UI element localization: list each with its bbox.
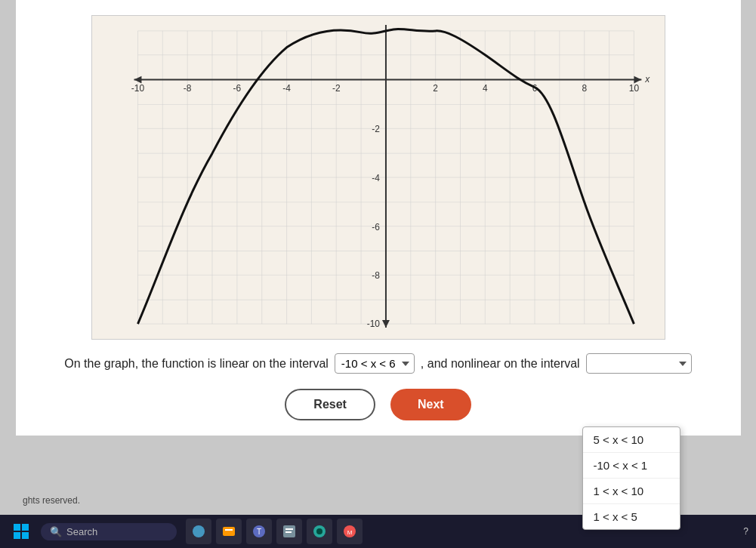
question-row: On the graph, the function is linear on …	[31, 353, 726, 374]
svg-text:-8: -8	[183, 83, 191, 94]
reset-button[interactable]: Reset	[285, 389, 375, 420]
search-label: Search	[66, 526, 97, 537]
svg-text:x: x	[644, 74, 650, 85]
svg-rect-57	[14, 524, 20, 531]
svg-text:8: 8	[582, 83, 587, 94]
svg-rect-67	[285, 528, 293, 530]
taskbar-right: ?	[743, 526, 748, 537]
taskbar-icon-2[interactable]	[216, 519, 242, 544]
dropdown-option-2[interactable]: -10 < x < 1	[583, 453, 680, 479]
svg-rect-62	[223, 527, 235, 536]
svg-text:4: 4	[483, 83, 488, 94]
taskbar-time: ?	[743, 526, 748, 537]
taskbar-icon-4[interactable]	[276, 519, 302, 544]
dropdown-option-3[interactable]: 1 < x < 10	[583, 479, 680, 504]
taskbar-search[interactable]: 🔍 Search	[41, 523, 177, 540]
svg-text:T: T	[257, 528, 261, 536]
next-button[interactable]: Next	[390, 389, 471, 420]
svg-point-70	[316, 528, 322, 534]
svg-text:-4: -4	[282, 83, 291, 94]
question-text-before: On the graph, the function is linear on …	[64, 357, 329, 371]
start-button[interactable]	[8, 518, 35, 545]
taskbar-icon-3[interactable]: T	[246, 519, 272, 544]
taskbar-icon-6[interactable]: M	[337, 519, 363, 544]
taskbar-icon-1[interactable]	[186, 519, 211, 544]
svg-text:-2: -2	[372, 124, 380, 134]
svg-text:10: 10	[628, 83, 639, 94]
graph-container: -10 -8 -6 -4 -2 2 4 6 8 10 x -2 -4 -6 -8…	[91, 15, 665, 340]
nonlinear-dropdown-popup: 5 < x < 10 -10 < x < 1 1 < x < 10 1 < x …	[582, 426, 680, 530]
svg-rect-63	[225, 529, 233, 531]
search-icon: 🔍	[50, 526, 62, 537]
svg-text:M: M	[347, 529, 353, 536]
graph-svg: -10 -8 -6 -4 -2 2 4 6 8 10 x -2 -4 -6 -8…	[92, 16, 665, 339]
svg-text:2: 2	[433, 83, 438, 94]
svg-text:-6: -6	[233, 83, 241, 94]
linear-interval-select[interactable]: -10 < x < 6	[335, 353, 415, 374]
svg-text:-10: -10	[366, 319, 380, 329]
footer-text: ghts reserved.	[8, 489, 95, 512]
svg-rect-58	[22, 524, 29, 531]
svg-rect-68	[285, 531, 292, 533]
svg-text:-4: -4	[372, 173, 380, 183]
taskbar-icon-5[interactable]	[307, 519, 332, 544]
svg-text:-10: -10	[131, 83, 144, 94]
svg-text:-8: -8	[372, 270, 380, 281]
dropdown-option-4[interactable]: 1 < x < 5	[583, 504, 680, 529]
svg-text:-6: -6	[372, 222, 380, 232]
svg-text:-2: -2	[332, 83, 340, 94]
taskbar-icons: T M	[186, 519, 363, 544]
svg-rect-59	[14, 532, 20, 539]
svg-rect-60	[22, 532, 29, 539]
question-text-middle: , and nonlinear on the interval	[421, 357, 580, 371]
nonlinear-interval-select[interactable]: ​ 5 < x < 10 -10 < x < 1 1 < x < 10 1 < …	[586, 353, 692, 374]
svg-point-61	[193, 525, 205, 537]
buttons-row: Reset Next 5 < x < 10 -10 < x < 1 1 < x …	[31, 389, 726, 420]
dropdown-option-1[interactable]: 5 < x < 10	[583, 427, 680, 453]
